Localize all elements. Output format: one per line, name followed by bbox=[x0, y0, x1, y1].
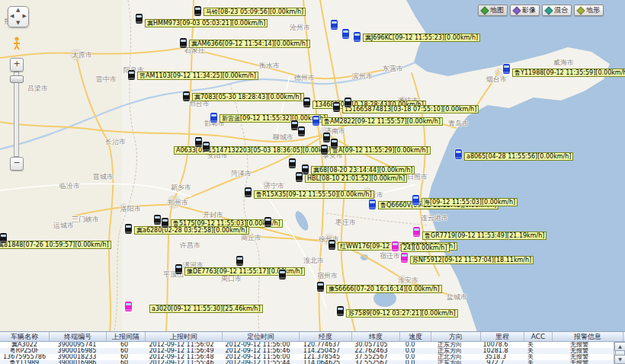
vehicle-truck-icon[interactable] bbox=[289, 158, 296, 168]
vehicle-truck-icon[interactable] bbox=[303, 97, 310, 107]
vehicle-truck-icon[interactable] bbox=[321, 145, 328, 155]
column-header[interactable]: 经度 bbox=[300, 332, 352, 341]
vehicle-label[interactable]: 冀J696KC[09-12 11:55:23][0.00km/h] bbox=[363, 34, 480, 42]
vehicle-truck-icon[interactable] bbox=[401, 253, 408, 263]
column-header[interactable]: 报警信息 bbox=[553, 332, 623, 341]
vehicle-truck-icon[interactable] bbox=[0, 233, 7, 243]
vehicle-truck-icon[interactable] bbox=[136, 14, 143, 24]
vehicle-label[interactable]: 冀HMM973[09-03 05:03:21][0.00km/h] bbox=[145, 19, 268, 27]
column-header[interactable]: ACC bbox=[524, 332, 553, 341]
vehicle-label[interactable]: a8065[04-28 11:55:56][0.00km/h] bbox=[464, 152, 573, 161]
vehicle-truck-icon[interactable] bbox=[323, 133, 330, 142]
column-header[interactable]: 纬度 bbox=[352, 332, 400, 341]
table-row[interactable]: 粤RP250F3900016985602012-09-12 11:56:4920… bbox=[0, 348, 614, 354]
vehicle-truck-icon[interactable] bbox=[331, 139, 338, 148]
column-header[interactable]: 终端编号 bbox=[50, 332, 107, 341]
map-viewport[interactable]: 朔州市阳泉市吕梁市太原市晋中市临汾市运城市长治市晋城市三门峡市洛阳市郑州市开封市… bbox=[0, 0, 625, 332]
vehicle-truck-icon[interactable] bbox=[245, 187, 252, 197]
zoom-track[interactable] bbox=[14, 72, 19, 157]
column-header[interactable]: 车辆名称 bbox=[0, 332, 50, 341]
vehicle-label[interactable]: 冀AM6366[09-12 11:54:14][0.00km/h] bbox=[189, 40, 310, 48]
pan-down-icon[interactable]: ▼ bbox=[16, 21, 20, 26]
column-header[interactable]: 速度 bbox=[400, 332, 431, 341]
vehicle-label[interactable]: 151665874813[03-18 07:55:10][0.00km/h] bbox=[342, 105, 479, 113]
vehicle-truck-icon[interactable] bbox=[345, 97, 351, 107]
vehicle-truck-icon[interactable] bbox=[296, 172, 303, 182]
vehicle-label[interactable]: HBL[08-10 21:01:52][0.00km/h] bbox=[305, 174, 407, 183]
vehicle-truck-icon[interactable] bbox=[317, 282, 324, 292]
vehicle-truck-icon[interactable] bbox=[236, 256, 243, 266]
map-type-button[interactable]: 混合 bbox=[542, 5, 572, 16]
map-type-button[interactable]: 地图 bbox=[478, 5, 508, 16]
map-type-button[interactable]: 地形 bbox=[574, 5, 604, 16]
vehicle-label[interactable]: 鲁AM2822[09-12 11:55:57][0.00km/h] bbox=[322, 117, 443, 126]
vehicle-truck-icon[interactable] bbox=[291, 120, 298, 130]
vehicle-label[interactable]: 24][0.00km/h] bbox=[401, 244, 450, 252]
vehicle-label[interactable]: a3020[09-12 11:55:30][25.46km/h] bbox=[149, 305, 263, 313]
vehicle-truck-icon[interactable] bbox=[195, 137, 202, 147]
vehicle-label[interactable]: 马铃[08-23 05:09:56][0.00km/h] bbox=[204, 8, 306, 16]
vehicle-truck-icon[interactable] bbox=[412, 195, 419, 205]
vehicle-truck-icon[interactable] bbox=[331, 20, 338, 30]
zoom-slider[interactable] bbox=[10, 75, 24, 83]
vehicle-truck-icon[interactable] bbox=[298, 126, 305, 136]
vehicle-label[interactable]: 鲁Y11988[09-12 11:35:59][0.00km/h] bbox=[512, 69, 625, 77]
vehicle-truck-icon[interactable] bbox=[354, 32, 361, 42]
vehicle-label[interactable]: 豫DE7763[09-12 11:55:17][0.00km/h] bbox=[184, 267, 305, 276]
vehicle-truck-icon[interactable] bbox=[369, 200, 376, 209]
column-header[interactable]: 上报时间 bbox=[146, 332, 223, 341]
vehicle-truck-icon[interactable] bbox=[329, 240, 335, 250]
column-header[interactable]: 定位时间 bbox=[223, 332, 300, 341]
vehicle-truck-icon[interactable] bbox=[455, 149, 462, 159]
vehicle-truck-icon[interactable] bbox=[128, 70, 135, 80]
column-header[interactable]: 方向 bbox=[431, 332, 481, 341]
vehicle-label[interactable]: 冀a6280[02-28 03:52:58][0.00km/h] bbox=[134, 226, 249, 235]
vehicle-truck-icon[interactable] bbox=[154, 215, 161, 225]
vehicle-truck-icon[interactable] bbox=[312, 116, 319, 126]
vehicle-truck-icon[interactable] bbox=[125, 224, 132, 234]
pan-up-icon[interactable]: ▲ bbox=[16, 8, 20, 13]
vehicle-truck-icon[interactable] bbox=[503, 64, 510, 74]
vehicle-label[interactable]: 鲁GR7719[09-12 11:53:49][21.19km/h] bbox=[422, 231, 546, 240]
vehicle-truck-icon[interactable] bbox=[279, 270, 286, 279]
map-type-button[interactable]: 影像 bbox=[510, 5, 540, 16]
vehicle-truck-icon[interactable] bbox=[392, 241, 399, 251]
vehicle-truck-icon[interactable] bbox=[302, 164, 309, 174]
vehicle-truck-icon[interactable] bbox=[203, 142, 210, 152]
pan-left-icon[interactable]: ◀ bbox=[10, 14, 14, 19]
table-scrollbar[interactable]: ▲ ▼ bbox=[614, 342, 625, 364]
vehicle-truck-icon[interactable] bbox=[342, 29, 349, 39]
vehicle-label[interactable]: 晋AM1103[09-12 11:34:25][0.00km/h] bbox=[137, 72, 258, 80]
vehicle-label[interactable]: 苏7589[09-12 03:27:21][0.00km/h] bbox=[346, 309, 458, 318]
vehicle-truck-icon[interactable] bbox=[413, 227, 420, 237]
scroll-down-icon[interactable]: ▼ bbox=[614, 355, 625, 364]
vehicle-truck-icon[interactable] bbox=[180, 38, 187, 48]
vehicle-label[interactable]: 冀68[08-20 23:14:44][0.00km/h] bbox=[311, 166, 415, 174]
zoom-in-button[interactable]: + bbox=[10, 58, 24, 72]
column-header[interactable]: 上报间隔 bbox=[107, 332, 146, 341]
vehicle-label[interactable]: 苏NF5912[09-12 11:57:04][18.11km/h] bbox=[410, 256, 534, 264]
vehicle-truck-icon[interactable] bbox=[333, 102, 340, 112]
table-row[interactable]: 冀A30223900095741602012-09-12 11:56:02201… bbox=[0, 342, 614, 348]
table-row[interactable]: 136759557863900018233602012-09-12 11:56:… bbox=[0, 354, 614, 360]
pegman-icon[interactable] bbox=[13, 37, 21, 53]
vehicle-truck-icon[interactable] bbox=[210, 113, 217, 123]
vehicle-label[interactable]: A0633[05-15147132203[05-03 18:36:05][0.0… bbox=[174, 146, 338, 155]
vehicle-label[interactable]: 豫S6666[07-20 16:16:14][0.00km/h] bbox=[326, 285, 442, 293]
vehicle-label[interactable]: 冀7083[05-30 18:28:43][0.00km/h] bbox=[192, 93, 304, 101]
pan-control[interactable]: ▲ ▼ ◀ ▶ bbox=[8, 6, 29, 27]
zoom-out-button[interactable]: − bbox=[10, 157, 24, 171]
vehicle-label[interactable]: 冀81848[07-26 10:59:57][0.00km/h] bbox=[0, 241, 111, 249]
vehicle-truck-icon[interactable] bbox=[183, 91, 190, 101]
column-header[interactable]: 里程 bbox=[481, 332, 524, 341]
pan-right-icon[interactable]: ▶ bbox=[23, 14, 27, 19]
vehicle-truck-icon[interactable] bbox=[175, 264, 182, 274]
vehicle-truck-icon[interactable] bbox=[337, 306, 344, 316]
vehicle-label[interactable]: 新营蓝[09-12 11:55:32][0.00km/h] bbox=[220, 114, 328, 123]
vehicle-truck-icon[interactable] bbox=[162, 218, 168, 228]
vehicle-label[interactable]: 海[09-12 11:55:03][0.00km/h] bbox=[421, 198, 518, 206]
vehicle-truck-icon[interactable] bbox=[125, 302, 132, 311]
vehicle-label[interactable]: 鲁R15X35[09-12 11:55:50][0.00km/h] bbox=[254, 190, 374, 199]
table-row[interactable]: 鲁Y119893900016986602012-09-12 11:55:4620… bbox=[0, 360, 614, 364]
vehicle-truck-icon[interactable] bbox=[194, 6, 201, 16]
